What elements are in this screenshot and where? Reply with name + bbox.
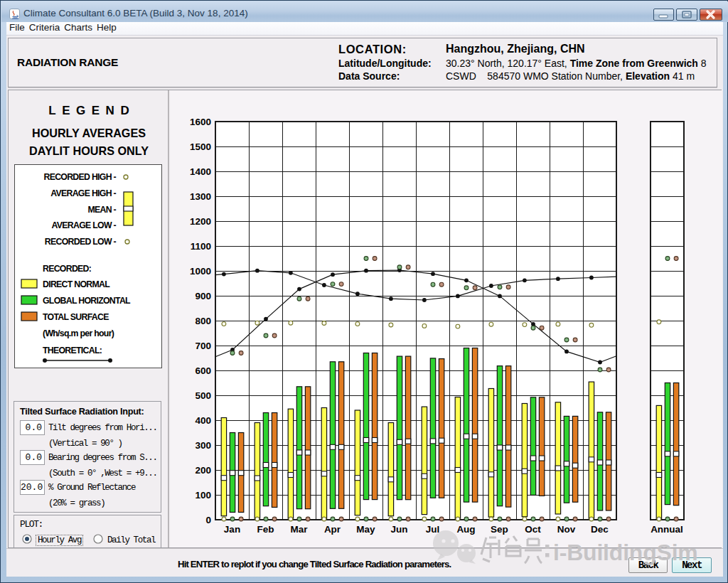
svg-text:RECORDED:: RECORDED: [43, 264, 91, 274]
svg-text:GLOBAL HORIZONTAL: GLOBAL HORIZONTAL [43, 296, 131, 306]
svg-text:TOTAL SURFACE: TOTAL SURFACE [43, 312, 109, 322]
svg-text:RECORDED LOW -: RECORDED LOW - [45, 237, 117, 247]
svg-text:DIRECT NORMAL: DIRECT NORMAL [43, 279, 110, 289]
svg-text:THEORETICAL:: THEORETICAL: [43, 346, 102, 355]
svg-text:AVERAGE HIGH -: AVERAGE HIGH - [50, 188, 116, 198]
svg-text:AVERAGE LOW -: AVERAGE LOW - [52, 220, 117, 230]
svg-text:(Wh/sq.m per hour): (Wh/sq.m per hour) [43, 328, 114, 338]
svg-text:MEAN -: MEAN - [87, 205, 116, 215]
svg-text:RECORDED HIGH -: RECORDED HIGH - [43, 172, 116, 182]
